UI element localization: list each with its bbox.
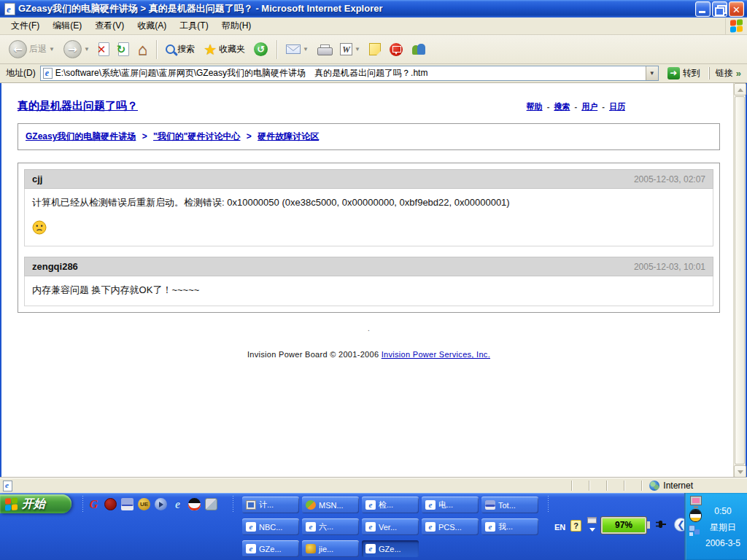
taskbar-window-button[interactable]: jie... [302,540,359,557]
post-date: 2005-12-03, 02:07 [634,174,705,184]
post-text: 内存兼容问题 换下内存就OK了！~~~~~ [32,284,199,295]
search-link[interactable]: 搜索 [554,102,570,111]
mail-icon [286,44,301,54]
volume-tray-icon[interactable] [689,525,695,532]
qq-icon[interactable] [188,498,201,510]
window-titlebar: GZeasy我们的电脑硬件讲场 > 真的是机器出问题了吗？ - Microsof… [0,0,747,18]
forward-button[interactable]: ▼ [61,39,93,60]
floppy-disk-icon[interactable] [121,498,133,510]
menu-help[interactable]: 帮助(H) [215,18,258,34]
link-separator: - [547,102,550,111]
download-tool-button[interactable] [387,42,406,58]
keyboard-icon[interactable] [587,517,597,524]
mail-dropdown-caret-icon[interactable]: ▼ [303,46,309,52]
menu-favorites[interactable]: 收藏(A) [131,18,173,34]
links-chevron-icon[interactable]: » [736,68,741,79]
taskbar-window-button[interactable]: e六... [302,518,359,535]
media-center-icon[interactable] [205,498,217,510]
topic-title-link[interactable]: 真的是机器出问题了吗？ [18,99,138,113]
status-separator [624,481,624,491]
scroll-up-arrow-icon[interactable] [734,83,746,96]
taskbar-window-button[interactable]: 计... [242,497,299,513]
favorites-button[interactable]: ★ 收藏夹 [201,41,248,58]
download-manager-icon[interactable] [104,498,117,510]
scrollbar-thumb[interactable] [735,96,745,464]
taskbar-window-button[interactable]: eVer... [362,518,419,535]
taskbar-window-button[interactable]: e我... [481,518,538,535]
address-dropdown-button[interactable]: ▼ [646,66,658,80]
back-button[interactable]: 后退 ▼ [6,39,58,60]
window-buttons: 计... MSN... e检... e电... Tot... eNBC... e… [242,497,546,560]
start-button[interactable]: 开始 [0,494,71,513]
menu-file[interactable]: 文件(F) [4,18,46,34]
go-label: 转到 [683,67,700,79]
vertical-scrollbar[interactable] [733,83,746,478]
menu-tools[interactable]: 工具(T) [173,18,214,34]
printer-icon [317,44,331,55]
clock[interactable]: 0:50 星期日 2006-3-5 [702,503,744,551]
links-bar[interactable]: 链接 » [709,67,744,79]
menu-view[interactable]: 查看(V) [88,18,131,34]
home-button[interactable]: ⌂ [135,40,150,59]
battery-indicator[interactable]: 97% [601,517,646,534]
internet-explorer-icon: e [246,522,256,532]
display-tray-icon[interactable] [690,496,702,505]
taskbar-window-button[interactable]: Tot... [481,497,538,513]
refresh-button[interactable] [115,41,132,58]
search-button[interactable]: 搜索 [163,42,198,57]
media-player-icon[interactable] [155,498,167,510]
go-button[interactable]: ➜ 转到 [663,66,705,81]
mail-button[interactable]: ▼ [283,43,311,55]
minimize-button[interactable] [695,1,711,17]
members-link[interactable]: 用户 [581,102,597,111]
footer-vendor-link[interactable]: Invision Power Services, Inc. [382,350,490,359]
edit-with-word-button[interactable]: W ▼ [337,42,363,57]
taskbar-window-button[interactable]: eGZe... [242,540,299,557]
taskbar-window-button[interactable]: e电... [422,497,479,513]
internet-explorer-icon[interactable]: e [171,498,184,510]
calendar-link[interactable]: 日历 [609,102,625,111]
breadcrumb-board-link[interactable]: GZeasy我们的电脑硬件讲场 [26,131,136,141]
edit-dropdown-caret-icon[interactable]: ▼ [355,46,360,52]
breadcrumb-forum-link[interactable]: 硬件故障讨论区 [258,131,319,141]
taskbar-window-button[interactable]: MSN... [302,497,359,513]
taskbar-window-button-active[interactable]: eGZe... [362,540,419,557]
power-plug-icon[interactable] [655,519,667,532]
sticky-note-icon [369,43,381,55]
windows-logo-icon [730,19,743,32]
notes-button[interactable] [366,42,384,57]
post-author: cjj [32,174,42,184]
help-link[interactable]: 帮助 [527,102,543,111]
page-header-row: 真的是机器出问题了吗？ 帮助 - 搜索 - 用户 - 日历 [18,99,720,113]
top-links: 帮助 - 搜索 - 用户 - 日历 [527,101,720,112]
quicklaunch-grip[interactable] [82,495,84,513]
taskbar-window-button[interactable]: eNBC... [242,518,299,535]
forward-dropdown-caret-icon[interactable]: ▼ [84,46,90,52]
ultraedit-icon[interactable]: UE [138,498,150,510]
breadcrumb-category-link[interactable]: "我们的"硬件讨论中心 [153,131,240,141]
ime-help-icon[interactable]: ? [570,520,581,532]
address-input[interactable]: E:\software\系统\蓝屏问题\蓝屏网页\GZeasy我们的电脑硬件讲场… [40,66,659,81]
posts-container: cjj 2005-12-03, 02:07 计算机已经从检测错误后重新启动。检测… [18,163,720,313]
taskband-grip[interactable] [232,495,234,513]
qq-tray-icon[interactable] [690,510,701,521]
address-label: 地址(D) [6,67,36,79]
close-button[interactable] [729,1,744,17]
print-button[interactable] [314,43,334,56]
restore-button[interactable] [712,1,727,17]
stop-button[interactable] [96,41,112,58]
language-indicator[interactable]: EN [554,522,565,532]
status-bar: Internet [0,478,747,493]
flashget-icon[interactable]: G [88,498,100,510]
history-button[interactable]: ↺ [251,41,271,58]
back-dropdown-caret-icon[interactable]: ▼ [49,46,55,52]
language-bar-caret-icon[interactable] [589,528,595,532]
scroll-down-arrow-icon[interactable] [734,465,746,478]
messenger-button[interactable] [409,42,429,58]
taskbar-window-button[interactable]: e检... [362,497,419,513]
menu-edit[interactable]: 编辑(E) [46,18,88,34]
status-separator [606,481,607,491]
internet-explorer-icon: e [485,522,495,532]
computer-icon [246,500,256,510]
taskbar-window-button[interactable]: ePCS... [422,518,479,535]
